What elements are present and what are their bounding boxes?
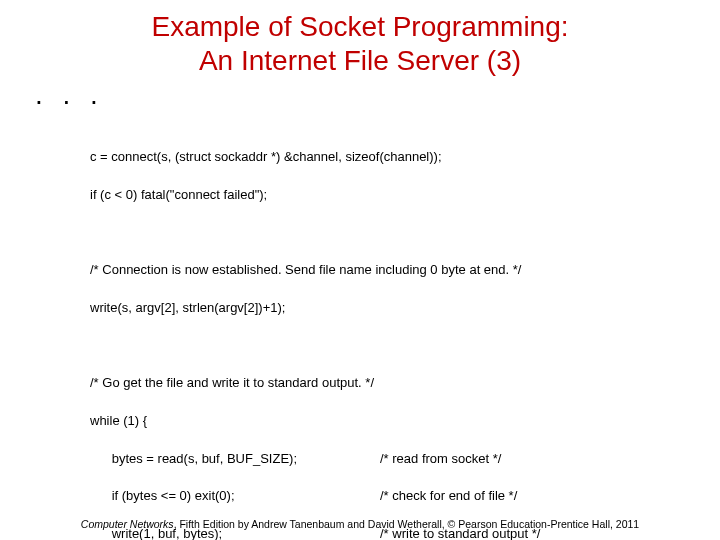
code-line: write(s, argv[2], strlen(argv[2])+1); xyxy=(90,299,680,318)
code-line: if (c < 0) fatal("connect failed"); xyxy=(90,186,680,205)
ellipsis: . . . xyxy=(0,79,720,111)
code-left: bytes = read(s, buf, BUF_SIZE); xyxy=(90,450,380,469)
slide-title: Example of Socket Programming: An Intern… xyxy=(0,0,720,77)
code-blank xyxy=(90,223,680,242)
code-blank xyxy=(90,336,680,355)
code-line: /* Go get the file and write it to stand… xyxy=(90,374,680,393)
code-line: while (1) { xyxy=(90,412,680,431)
footer: Computer Networks, Fifth Edition by Andr… xyxy=(0,518,720,530)
title-line-2: An Internet File Server (3) xyxy=(0,44,720,78)
footer-book: Computer Networks xyxy=(81,518,174,530)
code-comment: /* read from socket */ xyxy=(380,450,501,469)
title-line-1: Example of Socket Programming: xyxy=(0,10,720,44)
code-left: if (bytes <= 0) exit(0); xyxy=(90,487,380,506)
code-line: bytes = read(s, buf, BUF_SIZE);/* read f… xyxy=(90,450,680,469)
code-line: c = connect(s, (struct sockaddr *) &chan… xyxy=(90,148,680,167)
footer-rest: , Fifth Edition by Andrew Tanenbaum and … xyxy=(174,518,640,530)
code-line: /* Connection is now established. Send f… xyxy=(90,261,680,280)
code-comment: /* check for end of file */ xyxy=(380,487,517,506)
code-line: if (bytes <= 0) exit(0);/* check for end… xyxy=(90,487,680,506)
code-block: c = connect(s, (struct sockaddr *) &chan… xyxy=(0,111,720,540)
